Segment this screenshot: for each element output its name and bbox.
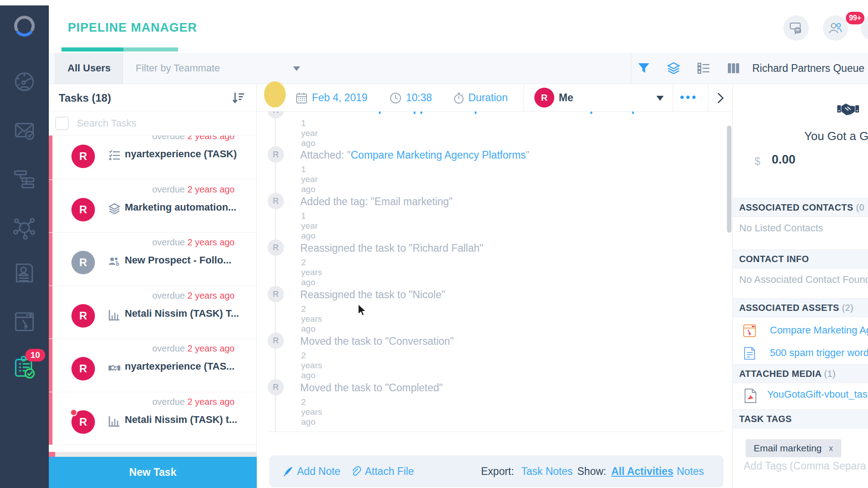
due-time[interactable]: 10:38 [406, 84, 432, 112]
avatar: R [268, 286, 284, 302]
task-detail-header: Feb 4, 2019 10:38 Duration R Me ••• [257, 84, 732, 112]
chat-button[interactable] [783, 15, 809, 41]
section-associated-assets: ASSOCIATED ASSETS (2) [733, 298, 868, 317]
task-title[interactable]: nyartexperience (TASK) [125, 148, 237, 160]
no-contact-found-label: No Associated Contact Found [739, 274, 868, 286]
more-actions-button[interactable]: ••• [680, 84, 698, 110]
header-divider [524, 84, 524, 112]
contacts-icon[interactable] [12, 261, 37, 285]
export-task-notes-link[interactable]: Task Notes [521, 456, 573, 487]
tab-all-users[interactable]: All Users [55, 53, 123, 84]
deal-title: You Got a G [804, 129, 868, 143]
assignee-dropdown[interactable]: Me [559, 84, 573, 112]
task-row[interactable]: overdue 2 years ago R New Prospect - Fol… [49, 233, 256, 286]
asset-link[interactable]: 500 spam trigger words [770, 347, 868, 359]
toolbar-divider [631, 53, 631, 84]
users-icon [828, 21, 843, 35]
show-all-activities-link[interactable]: All Activities [611, 456, 673, 487]
select-all-checkbox[interactable] [55, 117, 69, 130]
add-tags-input[interactable]: Add Tags (Comma Separa [744, 460, 866, 472]
deal-handshake-icon [837, 101, 859, 120]
dashboard-icon[interactable] [12, 70, 37, 94]
tag-pill: Email marketing x [745, 439, 841, 457]
social-network-icon[interactable] [12, 216, 37, 240]
media-link[interactable]: YouGotaGift-vbout_task_ [767, 389, 868, 400]
tasks-search-row [49, 112, 256, 136]
entry-text: " [526, 149, 529, 161]
avatar: R [268, 379, 284, 395]
landing-page-icon[interactable] [12, 310, 37, 334]
list-view-icon[interactable] [697, 62, 710, 75]
task-title[interactable]: nyartexperience (TAS... [125, 361, 235, 372]
workflow-icon[interactable] [12, 167, 37, 191]
attachment-link[interactable]: Compare Marketing Agency Platforms [351, 149, 526, 161]
duration-button[interactable]: Duration [468, 84, 508, 112]
unread-dot [70, 409, 77, 416]
filter-by-teammate-dropdown[interactable]: Filter by Teammate [136, 53, 220, 84]
assets-count: (2) [842, 303, 854, 313]
task-title[interactable]: New Prospect - Follo... [125, 254, 231, 266]
email-check-icon[interactable] [12, 118, 37, 142]
task-row[interactable]: overdue 2 years ago R Netali Nissim (TAS… [49, 392, 256, 446]
task-title[interactable]: Marketing automation... [125, 202, 236, 213]
title-progress-bar [61, 47, 178, 52]
asset-row: Compare Marketing Age [733, 320, 868, 342]
sort-descending-icon[interactable] [232, 91, 245, 104]
overdue-time: 2 years ago [187, 291, 235, 300]
add-note-button[interactable]: Add Note [297, 456, 340, 487]
show-notes-link[interactable]: Notes [677, 456, 704, 487]
task-title[interactable]: Netali Nissim (TASK) t... [125, 414, 237, 426]
entry-text: Reassigned the task to "Nicole" [300, 289, 445, 301]
export-label: Export: [481, 456, 514, 487]
task-row[interactable]: overdue 2 years ago R nyartexperience (T… [49, 339, 256, 392]
filter-funnel-icon[interactable] [637, 62, 650, 75]
task-row[interactable]: overdue 2 years ago R Netali Nissim (TAS… [49, 286, 256, 339]
note-pen-icon [283, 466, 294, 477]
tasks-count-title: Tasks (18) [59, 84, 111, 112]
entry-timestamp: 2 years ago [301, 351, 322, 380]
contacts-count: (0 [856, 202, 864, 212]
section-contact-info: CONTACT INFO [733, 249, 868, 268]
teammates-button[interactable] [823, 15, 848, 41]
overdue-stripe [49, 286, 52, 339]
chevron-down-icon[interactable] [293, 66, 300, 71]
people-gear-icon [108, 256, 120, 267]
vbout-logo-icon[interactable] [12, 14, 37, 39]
overdue-stripe [49, 180, 52, 233]
horizontal-scrollbar[interactable] [49, 452, 257, 457]
attach-file-button[interactable]: Attach File [365, 456, 414, 487]
deal-amount[interactable]: 0.00 [772, 153, 796, 167]
task-row[interactable]: overdue 2 years ago R Marketing automati… [49, 180, 256, 233]
chevron-down-icon[interactable] [656, 96, 664, 101]
overdue-label: overdue [152, 397, 185, 407]
task-title[interactable]: Netali Nissim (TASK) T... [125, 308, 239, 319]
next-chevron-icon[interactable] [715, 92, 726, 104]
checklist-icon [108, 150, 120, 161]
search-tasks-input[interactable] [77, 114, 240, 132]
show-label: Show: [577, 456, 606, 487]
entry-timestamp: 1 year ago [301, 118, 318, 148]
overdue-label: overdue [152, 237, 185, 247]
layers-icon[interactable] [667, 62, 680, 75]
assignee-avatar: R [534, 88, 554, 108]
avatar: R [71, 357, 95, 380]
queue-name-label[interactable]: Richard Partners Queue [752, 53, 864, 84]
overdue-stripe [49, 339, 52, 392]
asset-link[interactable]: Compare Marketing Age [770, 324, 868, 336]
entry-timestamp: 1 year ago [301, 164, 318, 194]
status-dot [264, 81, 286, 108]
overdue-stripe [49, 233, 52, 286]
entry-text: Attached: " [300, 149, 351, 161]
media-count: (1) [824, 369, 836, 379]
due-date[interactable]: Feb 4, 2019 [312, 84, 368, 112]
avatar: R [71, 251, 95, 274]
new-task-button[interactable]: New Task [49, 457, 257, 488]
board-columns-icon[interactable] [727, 62, 740, 75]
entry-timestamp: 2 years ago [301, 258, 322, 287]
remove-tag-button[interactable]: x [829, 444, 833, 453]
app-header: PIPELINE MANAGER ? 99+ [49, 5, 868, 53]
header-divider [673, 84, 673, 112]
overdue-time: 2 years ago [187, 343, 235, 353]
clock-icon [390, 92, 401, 104]
vertical-scrollbar[interactable] [727, 126, 731, 233]
